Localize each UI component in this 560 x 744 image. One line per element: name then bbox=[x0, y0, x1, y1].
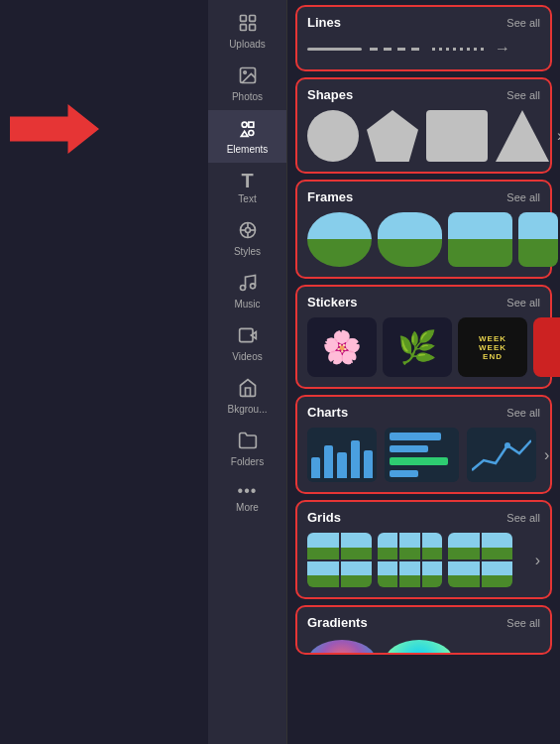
sidebar-item-more[interactable]: ••• More bbox=[208, 475, 286, 521]
more-label: More bbox=[236, 502, 259, 513]
videos-icon bbox=[238, 325, 258, 348]
grids-preview: › bbox=[307, 531, 540, 589]
bar-1 bbox=[311, 457, 320, 478]
gradients-title: Gradients bbox=[307, 615, 368, 630]
stickers-title: Stickers bbox=[307, 295, 358, 310]
background-label: Bkgrou... bbox=[227, 404, 267, 415]
horiz-bar-3 bbox=[390, 457, 448, 465]
shapes-section[interactable]: Shapes See all › bbox=[295, 77, 552, 174]
more-icon: ••• bbox=[238, 483, 258, 499]
arrow-area bbox=[0, 0, 208, 744]
grids-title: Grids bbox=[307, 510, 341, 525]
gradient-item-1 bbox=[307, 640, 377, 655]
horiz-bar-2 bbox=[390, 445, 428, 453]
chart-line-preview bbox=[467, 428, 536, 482]
frames-section[interactable]: Frames See all › bbox=[295, 180, 552, 279]
grid-2x2 bbox=[307, 533, 372, 587]
sidebar-item-uploads[interactable]: Uploads bbox=[208, 5, 286, 58]
shapes-preview: › bbox=[307, 108, 540, 164]
charts-see-all[interactable]: See all bbox=[506, 407, 540, 419]
svg-rect-3 bbox=[249, 25, 255, 31]
styles-icon bbox=[238, 220, 258, 243]
bar-4 bbox=[351, 440, 360, 478]
frames-see-all[interactable]: See all bbox=[506, 191, 540, 203]
lines-header: Lines See all bbox=[307, 15, 540, 30]
svg-point-17 bbox=[250, 284, 255, 289]
lines-section[interactable]: Lines See all → bbox=[295, 5, 552, 71]
sidebar-item-styles[interactable]: Styles bbox=[208, 212, 286, 265]
gradient-item-2 bbox=[385, 640, 454, 655]
uploads-label: Uploads bbox=[229, 39, 266, 50]
sidebar-item-elements[interactable]: Elements bbox=[208, 110, 286, 163]
sidebar-item-background[interactable]: Bkgrou... bbox=[208, 370, 286, 423]
svg-rect-2 bbox=[240, 25, 246, 31]
lines-title: Lines bbox=[307, 15, 341, 30]
sidebar-item-photos[interactable]: Photos bbox=[208, 58, 286, 110]
grid-cell bbox=[482, 561, 513, 588]
stickers-header: Stickers See all bbox=[307, 295, 540, 310]
lines-preview: → bbox=[307, 36, 540, 62]
grid-cell bbox=[341, 561, 373, 588]
frame-organic bbox=[378, 212, 442, 267]
grid-cell bbox=[422, 533, 442, 559]
grid-cell bbox=[307, 561, 339, 588]
sidebar-item-folders[interactable]: Folders bbox=[208, 423, 286, 475]
grid-cell bbox=[341, 533, 373, 559]
svg-rect-0 bbox=[240, 16, 246, 22]
grids-section[interactable]: Grids See all bbox=[295, 500, 552, 599]
grid-cell bbox=[307, 533, 339, 559]
grids-chevron: › bbox=[535, 552, 540, 569]
shape-triangle bbox=[496, 110, 549, 162]
charts-title: Charts bbox=[307, 405, 348, 420]
stickers-section[interactable]: Stickers See all 🌸 🌿 WEEK WEEK END › bbox=[295, 285, 552, 389]
charts-section[interactable]: Charts See all bbox=[295, 395, 552, 494]
shape-pentagon bbox=[367, 110, 418, 162]
frame-tall bbox=[518, 212, 558, 267]
svg-point-6 bbox=[242, 122, 247, 127]
shapes-see-all[interactable]: See all bbox=[506, 89, 540, 101]
uploads-icon bbox=[238, 13, 258, 36]
svg-point-9 bbox=[248, 131, 253, 136]
gradients-see-all[interactable]: See all bbox=[506, 617, 540, 629]
grid-cell bbox=[399, 533, 419, 559]
line-solid bbox=[307, 48, 362, 51]
chart-horizontal-preview bbox=[385, 428, 459, 482]
grids-see-all[interactable]: See all bbox=[506, 512, 540, 524]
photos-label: Photos bbox=[232, 91, 263, 102]
svg-rect-1 bbox=[249, 16, 255, 22]
svg-marker-19 bbox=[251, 332, 256, 339]
frames-preview: › bbox=[307, 210, 540, 269]
sidebar-item-videos[interactable]: Videos bbox=[208, 317, 286, 370]
charts-header: Charts See all bbox=[307, 405, 540, 420]
sidebar-item-text[interactable]: T Text bbox=[208, 163, 286, 212]
photos-icon bbox=[238, 65, 258, 88]
shape-circle bbox=[307, 110, 359, 162]
styles-label: Styles bbox=[234, 246, 261, 257]
music-icon bbox=[238, 273, 258, 296]
folders-label: Folders bbox=[231, 456, 264, 467]
grid-cell bbox=[378, 533, 397, 559]
stickers-see-all[interactable]: See all bbox=[506, 297, 540, 309]
sticker-leaf: 🌿 bbox=[383, 317, 452, 377]
sidebar-item-music[interactable]: Music bbox=[208, 265, 286, 317]
sticker-weekend-text: WEEK WEEK END bbox=[458, 317, 527, 377]
bar-5 bbox=[364, 450, 373, 478]
grid-cell bbox=[482, 533, 513, 559]
horiz-bar-4 bbox=[390, 470, 418, 478]
lines-see-all[interactable]: See all bbox=[506, 17, 540, 29]
svg-point-10 bbox=[245, 228, 250, 233]
svg-rect-7 bbox=[248, 122, 253, 127]
elements-label: Elements bbox=[227, 144, 269, 155]
charts-chevron: › bbox=[544, 446, 549, 464]
shape-rectangle bbox=[426, 110, 488, 162]
background-icon bbox=[238, 378, 258, 401]
sticker-red bbox=[533, 317, 560, 377]
text-label: Text bbox=[238, 193, 256, 204]
elements-icon bbox=[238, 118, 258, 141]
gradients-section[interactable]: Gradients See all bbox=[295, 605, 552, 655]
grid-cell bbox=[448, 533, 480, 559]
grid-cell bbox=[378, 561, 397, 588]
sticker-flower: 🌸 bbox=[307, 317, 377, 377]
grids-header: Grids See all bbox=[307, 510, 540, 525]
svg-marker-8 bbox=[241, 131, 248, 136]
